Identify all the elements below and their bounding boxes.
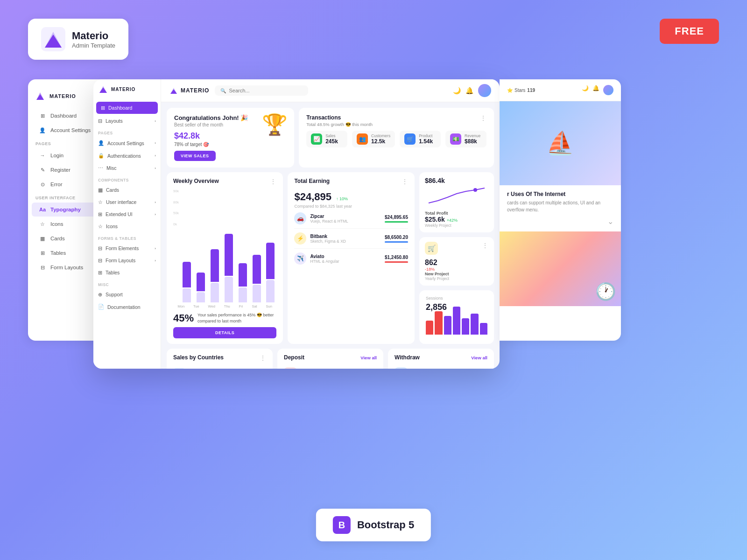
right-panel-header: ⭐ Stars 119 🌙 🔔 <box>500 79 621 101</box>
earning-item-right-aviato: $1,2450.80 <box>385 255 408 263</box>
top-nav-right: 🌙 🔔 <box>453 84 491 97</box>
sales-label: Sales <box>325 133 338 138</box>
inner-sidebar-icons[interactable]: ☆ Icons <box>93 220 161 232</box>
new-project-card: 🛒 ⋮ 862 -18% New Project Yearly Project <box>419 237 494 286</box>
withdraw-google: 🔵 Google Adsense Paypal deposit -$145 <box>395 364 487 369</box>
right-panel-chevron-row: ⌄ <box>507 217 613 226</box>
weekly-bars <box>181 189 276 304</box>
search-bar[interactable]: 🔍 <box>215 85 308 96</box>
github-star-icon: ⭐ <box>507 88 513 93</box>
inner-sidebar-auth[interactable]: 🔒 Authentications › <box>93 149 161 162</box>
sessions-label: Sessions <box>426 296 487 301</box>
chevron-down-icon[interactable]: ⌄ <box>607 217 613 226</box>
inner-sidebar-account[interactable]: 👤 Account Settings › <box>93 137 161 149</box>
bar-col-4 <box>223 234 235 302</box>
revenue-value: $88k <box>465 138 480 145</box>
deposit-view-all[interactable]: View all <box>360 355 377 360</box>
inner-sidebar-extended[interactable]: ⊞ Extended UI › <box>93 208 161 220</box>
top-nav: MATERIO 🔍 🌙 🔔 <box>161 79 500 102</box>
user-avatar[interactable] <box>478 84 491 97</box>
view-sales-button[interactable]: VIEW SALES <box>174 151 216 161</box>
notification-icon[interactable]: 🌙 <box>453 87 461 94</box>
inner-sidebar-support[interactable]: ⊕ Support <box>93 288 161 301</box>
weekly-menu[interactable]: ⋮ <box>270 178 276 185</box>
weekly-chart-container: 90k 80k 50k 0k <box>173 189 276 304</box>
zipcar-sub: Vuejs, React & HTML <box>310 219 348 224</box>
withdraw-title: Withdraw <box>395 354 420 361</box>
transactions-menu[interactable]: ⋮ <box>480 114 486 122</box>
earning-menu[interactable]: ⋮ <box>402 178 408 185</box>
bar-primary-7 <box>266 243 275 279</box>
zipcar-logo: 🚗 <box>294 212 306 224</box>
moon-icon[interactable]: 🌙 <box>582 85 589 95</box>
inner-sidebar-layouts[interactable]: ⊟ Layouts › <box>93 115 161 127</box>
bitbank-bar <box>385 241 408 243</box>
bell-icon-right[interactable]: 🔔 <box>592 85 599 95</box>
form-layouts-arrow-icon: › <box>155 259 156 263</box>
inner-sidebar-docs[interactable]: 📄 Documentation <box>93 301 161 313</box>
inner-sidebar-cards[interactable]: ▦ Cards <box>93 184 161 196</box>
bar-col-5 <box>237 263 249 302</box>
bar-col-6 <box>251 255 263 302</box>
sbar-3 <box>444 316 451 335</box>
bar-primary-5 <box>239 263 247 287</box>
auth-arrow-icon: › <box>155 154 156 158</box>
row3: Sales by Countries ⋮ US $8,656k United s… <box>167 349 494 369</box>
inner-sidebar-misc[interactable]: ⋯ Misc › <box>93 162 161 174</box>
sbar-1 <box>426 321 433 335</box>
stars-count: 119 <box>527 88 535 93</box>
earning-item-left-aviato: ✈️ Aviato HTML & Angular <box>294 252 339 265</box>
earning-item-aviato: ✈️ Aviato HTML & Angular $1,2450.80 <box>294 249 408 268</box>
withdraw-view-all[interactable]: View all <box>471 355 487 360</box>
dashboard-wrapper: MATERIO ⊞ Dashboard ⊟ Layouts › PAGES 👤 … <box>93 79 500 369</box>
outer-sidebar-brand: MATERIO <box>49 93 76 99</box>
search-input[interactable] <box>229 88 303 93</box>
congrats-card: Congratulations John! 🎉 Best seller of t… <box>167 108 294 168</box>
new-project-value: 862 <box>425 259 488 267</box>
sbar-6 <box>471 314 478 335</box>
register-icon: ✎ <box>39 167 46 173</box>
countries-header: Sales by Countries ⋮ <box>173 354 266 362</box>
right-panel-avatar[interactable] <box>603 85 613 95</box>
bar-light-1 <box>183 288 191 302</box>
layouts-arrow-icon: › <box>155 119 156 123</box>
cards-nav-icon: ▦ <box>98 187 103 193</box>
stat-chip-product: 🛒 Product 1.54k <box>400 131 441 147</box>
search-icon: 🔍 <box>220 88 226 93</box>
revenue-icon: 💵 <box>450 133 461 145</box>
earning-change: ↑ 10% <box>336 196 348 201</box>
extended-nav-icon: ⊞ <box>98 211 102 217</box>
ui-nav-icon: ☆ <box>98 199 103 205</box>
earning-item-zipcar: 🚗 Zipcar Vuejs, React & HTML $24,895.65 <box>294 209 408 229</box>
inner-sidebar-brand: MATERIO <box>111 87 135 92</box>
svg-point-9 <box>473 188 477 192</box>
details-button[interactable]: DETAILS <box>173 327 276 338</box>
top-logo-card: Materio Admin Template <box>28 19 128 60</box>
bar-col-2 <box>195 273 207 302</box>
account-icon: 👤 <box>39 127 46 133</box>
bar-primary-6 <box>253 255 261 284</box>
inner-sidebar-dashboard[interactable]: ⊞ Dashboard <box>96 102 158 114</box>
inner-sidebar-ui[interactable]: ☆ User interface › <box>93 196 161 208</box>
form-elements-arrow-icon: › <box>155 246 156 251</box>
weekly-card: Weekly Overview ⋮ 90k 80k 50k 0k <box>167 172 283 344</box>
inner-sidebar: MATERIO ⊞ Dashboard ⊟ Layouts › PAGES 👤 … <box>93 79 161 369</box>
inner-sidebar-tables[interactable]: ⊞ Tables <box>93 266 161 279</box>
new-project-menu[interactable]: ⋮ <box>482 242 488 249</box>
x-axis-labels: MonTueWed ThuFriSat Sun <box>173 304 276 308</box>
profit-value-row: $25.6k +42% <box>425 216 488 223</box>
bar-light-4 <box>225 277 233 302</box>
new-project-sub: Yearly Project <box>425 276 488 281</box>
bell-icon[interactable]: 🔔 <box>465 87 473 94</box>
total-profit-label: Total Profit <box>425 210 488 216</box>
countries-menu[interactable]: ⋮ <box>260 354 266 362</box>
transactions-title: Transactions <box>306 114 373 121</box>
inner-sidebar-form-layouts[interactable]: ⊟ Form Layouts › <box>93 254 161 266</box>
aviato-name: Aviato <box>310 254 339 259</box>
docs-nav-icon: 📄 <box>98 304 104 310</box>
layouts-nav-icon: ⊟ <box>98 118 102 124</box>
inner-sidebar-form-elements[interactable]: ⊟ Form Elements › <box>93 242 161 254</box>
row1: Congratulations John! 🎉 Best seller of t… <box>167 108 494 168</box>
top-nav-brand: MATERIO <box>181 87 209 94</box>
materio-logo-icon <box>35 91 46 102</box>
